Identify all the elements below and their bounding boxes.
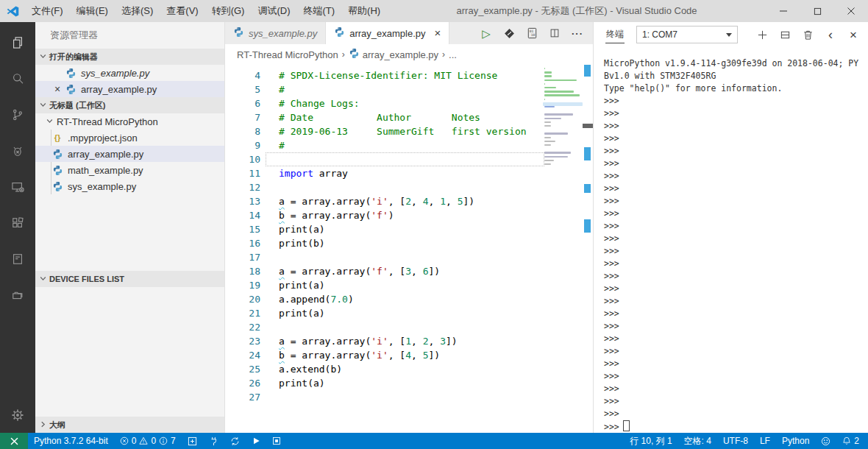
python-icon (65, 67, 77, 79)
new-project-icon[interactable] (182, 433, 203, 449)
code-line[interactable]: 24b = array.array('i', [4, 5]) (225, 348, 593, 362)
code-line[interactable]: 10 (225, 152, 593, 166)
code-editor[interactable]: 4# SPDX-License-Identifier: MIT License5… (225, 65, 593, 433)
code-line[interactable]: 18a = array.array('f', [3, 6]) (225, 264, 593, 278)
code-line[interactable]: 25a.extend(b) (225, 362, 593, 376)
open-editor-item[interactable]: sys_example.py (35, 65, 224, 81)
tab-terminal[interactable]: 终端 (605, 26, 625, 43)
section-outline[interactable]: 大纲 (35, 417, 224, 433)
problems-status[interactable]: 007 (114, 433, 182, 449)
code-line[interactable]: 21print(a) (225, 306, 593, 320)
activity-search-icon[interactable] (0, 60, 35, 96)
status-item[interactable]: 行 10, 列 1 (624, 433, 677, 449)
split-terminal-icon[interactable] (776, 26, 794, 43)
menu-item[interactable]: 编辑(E) (70, 0, 115, 22)
rtthread-icon[interactable] (501, 25, 517, 41)
menu-item[interactable]: 查看(V) (160, 0, 204, 22)
code-line[interactable]: 17 (225, 250, 593, 264)
status-item[interactable]: UTF-8 (717, 433, 754, 449)
more-actions-icon[interactable]: ··· (569, 25, 586, 41)
close-window-button[interactable] (834, 0, 868, 22)
code-line[interactable]: 27 (225, 390, 593, 404)
code-line[interactable]: 7# Date Author Notes (225, 110, 593, 124)
tree-file-item[interactable]: math_example.py (35, 162, 224, 178)
close-panel-icon[interactable]: × (844, 26, 862, 43)
terminal-instance-select[interactable]: 1: COM7 (636, 26, 738, 43)
terminal-prompt-line: >>> (604, 95, 868, 107)
close-icon[interactable]: × (50, 82, 65, 96)
trash-icon[interactable] (799, 26, 817, 43)
menu-item[interactable]: 调试(D) (251, 0, 296, 22)
section-open-editors[interactable]: 打开的编辑器 (35, 49, 224, 65)
code-line[interactable]: 9# (225, 138, 593, 152)
maximize-button[interactable] (800, 0, 834, 22)
overview-ruler-scrollbar[interactable] (583, 65, 593, 433)
stop-icon[interactable] (266, 433, 287, 449)
terminal-output[interactable]: MicroPython v1.9.4-114-g309fe39d on 2018… (594, 47, 868, 433)
breadcrumb-label: ... (449, 49, 457, 60)
minimize-button[interactable] (766, 0, 800, 22)
breadcrumb[interactable]: RT-Thread MicroPython›array_example.py›.… (225, 44, 593, 65)
minimap[interactable] (543, 65, 583, 190)
tab-array_example.py[interactable]: array_example.py× (326, 22, 449, 44)
code-line[interactable]: 19print(a) (225, 278, 593, 292)
activity-explorer-icon[interactable] (0, 24, 35, 60)
run-file-icon[interactable]: ▷ (478, 25, 494, 41)
sync-icon[interactable] (224, 433, 246, 449)
menu-item[interactable]: 终端(T) (296, 0, 341, 22)
code-line[interactable]: 20a.append(7.0) (225, 292, 593, 306)
code-line[interactable]: 15print(a) (225, 222, 593, 236)
code-line[interactable]: 13a = array.array('i', [2, 4, 1, 5]) (225, 194, 593, 208)
code-line[interactable]: 5# (225, 82, 593, 96)
terminal-prompt-line: >>> (604, 408, 868, 420)
menu-item[interactable]: 帮助(H) (341, 0, 387, 22)
status-item[interactable]: Python 3.7.2 64-bit (28, 433, 114, 449)
breadcrumb-item[interactable]: array_example.py (349, 48, 438, 61)
open-editor-item[interactable]: ×array_example.py (35, 81, 224, 97)
code-line[interactable]: 23a = array.array('i', [1, 2, 3]) (225, 334, 593, 348)
notifications-bell[interactable]: 2 (836, 433, 865, 449)
activity-debug-icon[interactable] (0, 132, 35, 169)
tree-file-item[interactable]: {}.mpyproject.json (35, 130, 224, 146)
code-line[interactable]: 4# SPDX-License-Identifier: MIT License (225, 68, 593, 82)
smiley-icon[interactable] (815, 433, 836, 449)
chevron-left-icon[interactable]: ‹ (822, 26, 839, 43)
binary-view-icon[interactable]: 0110 (524, 25, 540, 41)
tree-folder-rt-thread[interactable]: RT-Thread MicroPython (35, 113, 224, 130)
close-tab-icon[interactable]: × (435, 28, 441, 38)
menu-item[interactable]: 文件(F) (25, 0, 70, 22)
code-line[interactable]: 6# Change Logs: (225, 96, 593, 110)
code-line[interactable]: 14b = array.array('f') (225, 208, 593, 222)
section-workspace[interactable]: 无标题 (工作区) (35, 97, 224, 113)
activity-notebook-icon[interactable] (0, 241, 35, 277)
section-device-files[interactable]: DEVICE FILES LIST (35, 271, 224, 287)
plus-icon[interactable] (753, 26, 771, 43)
tab-sys_example.py[interactable]: sys_example.py (225, 22, 326, 44)
code-line[interactable]: 8# 2019-06-13 SummerGift first version (225, 124, 593, 138)
breadcrumb-item[interactable]: RT-Thread MicroPython (237, 49, 338, 60)
menu-item[interactable]: 选择(S) (115, 0, 160, 22)
breadcrumb-item[interactable]: ... (449, 49, 457, 60)
code-line[interactable]: 12 (225, 180, 593, 194)
activity-remote-device-icon[interactable] (0, 169, 35, 205)
tree-file-item[interactable]: array_example.py (35, 146, 224, 162)
status-item[interactable]: LF (754, 433, 776, 449)
status-item[interactable]: Python (776, 433, 815, 449)
menu-item[interactable]: 转到(G) (205, 0, 252, 22)
split-editor-icon[interactable] (547, 25, 563, 41)
code-line[interactable]: 16print(b) (225, 236, 593, 250)
file-label: array_example.py (68, 149, 143, 160)
remote-indicator[interactable] (0, 433, 28, 449)
code-line[interactable]: 26print(a) (225, 376, 593, 390)
status-item[interactable]: 空格: 4 (678, 433, 717, 449)
code-line[interactable]: 11import array (225, 166, 593, 180)
plug-icon[interactable] (203, 433, 224, 449)
activity-source-control-icon[interactable] (0, 96, 35, 132)
scrollbar-thumb[interactable] (583, 124, 593, 128)
activity-settings-gear-icon[interactable] (0, 397, 35, 433)
tree-file-item[interactable]: sys_example.py (35, 178, 224, 194)
activity-extensions-icon[interactable] (0, 205, 35, 241)
activity-folders-icon[interactable] (0, 277, 35, 313)
run-icon[interactable] (246, 433, 266, 449)
code-line[interactable]: 22 (225, 320, 593, 334)
